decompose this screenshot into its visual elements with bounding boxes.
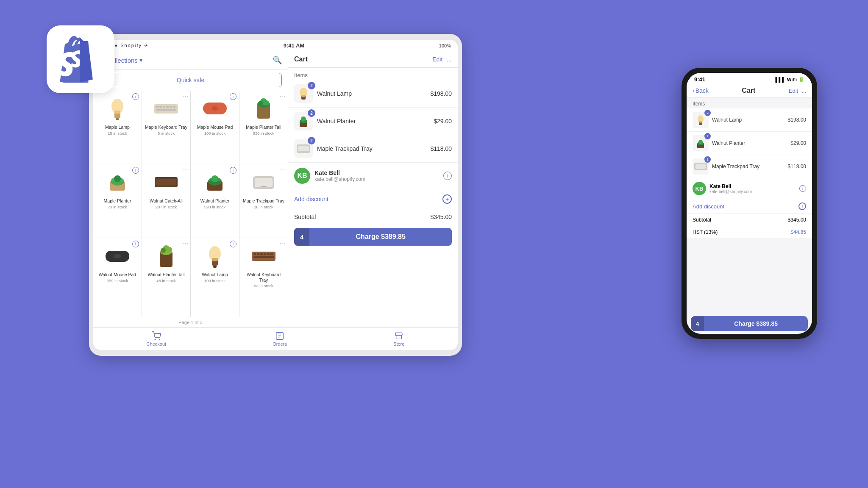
cart-item-qty: 2 — [308, 82, 315, 89]
cart-edit-button[interactable]: Edit — [432, 56, 442, 63]
iphone-customer-info: Kate Bell kate.bell@shopify.com — [709, 183, 796, 194]
signal-icon: ▌▌▌ — [775, 77, 785, 82]
quick-sale-button[interactable]: Quick sale — [99, 73, 282, 87]
cart-item-walnut-planter[interactable]: 2 Walnut Planter $29.00 — [288, 108, 458, 135]
iphone-status-icons: ▌▌▌ WiFi 🔋 — [775, 77, 804, 82]
product-name: Maple Mouse Pad — [197, 125, 233, 130]
cart-item-maple-trackpad-tray[interactable]: 2 Maple Trackpad Tray $118.00 — [288, 135, 458, 163]
cart-item-name: Walnut Planter — [317, 118, 429, 125]
svg-rect-9 — [173, 106, 175, 108]
cart-item-image: 2 — [294, 112, 313, 130]
iphone-item-price: $118.00 — [788, 164, 806, 169]
tablet-status-bar: ●●●●● Shopify ✈ 9:41 AM 100% — [93, 40, 458, 51]
iphone-content: Items 2 Walnut Lamp $198.00 2 Walnut Pla… — [687, 97, 812, 313]
product-maple-lamp[interactable]: i Maple Lamp 15 in stock — [93, 91, 142, 164]
add-discount-plus-icon[interactable]: + — [442, 194, 452, 204]
cart-item-qty: 2 — [308, 137, 315, 144]
svg-rect-53 — [298, 146, 309, 151]
iphone-back-button[interactable]: ‹ Back — [693, 87, 709, 94]
iphone-edit-button[interactable]: Edit — [789, 88, 798, 94]
svg-point-1 — [111, 99, 123, 114]
products-header: All collections ▾ 🔍 — [93, 51, 288, 69]
charge-qty-badge: 4 — [294, 228, 309, 246]
svg-point-48 — [300, 88, 307, 97]
iphone-customer-email: kate.bell@shopify.com — [709, 189, 796, 194]
charge-label: Charge $389.85 — [309, 228, 452, 246]
tablet-device: ●●●●● Shopify ✈ 9:41 AM 100% All collect… — [89, 34, 462, 356]
cart-more-button[interactable]: ... — [447, 56, 452, 63]
svg-rect-41 — [257, 253, 259, 255]
customer-row[interactable]: KB Kate Bell kate.bell@shopify.com i — [288, 163, 458, 189]
iphone-customer-name: Kate Bell — [709, 183, 796, 189]
search-icon[interactable]: 🔍 — [273, 55, 282, 65]
svg-rect-2 — [116, 118, 119, 120]
back-arrow-icon: ‹ — [693, 87, 695, 94]
more-icon: ··· — [280, 240, 286, 247]
iphone-charge-button[interactable]: 4 Charge $389.85 — [691, 316, 808, 331]
cart-items-label: Items — [288, 68, 458, 80]
iphone-customer-info-icon[interactable]: i — [799, 185, 806, 192]
product-stock: 18 in stock — [254, 205, 273, 209]
cart-item-image: 2 — [294, 139, 313, 158]
svg-rect-4 — [156, 106, 159, 108]
iphone-more-button[interactable]: ... — [801, 88, 806, 94]
svg-point-51 — [301, 116, 306, 122]
nav-checkout[interactable]: Checkout — [147, 331, 166, 347]
iphone-item-image: 2 — [693, 135, 709, 151]
product-walnut-catch-all[interactable]: ··· Walnut Catch-All 207 in stock — [142, 164, 190, 238]
svg-rect-63 — [696, 164, 706, 169]
product-maple-planter-tall[interactable]: ··· Maple Planter Tall 930 in stock — [239, 91, 288, 164]
iphone-item-price: $29.00 — [790, 140, 806, 146]
iphone-subtotal: Subtotal $345.00 — [687, 214, 812, 226]
iphone-add-discount[interactable]: Add discount + — [687, 199, 812, 214]
product-maple-planter[interactable]: i Maple Planter 73 in stock — [93, 164, 142, 238]
svg-point-34 — [161, 248, 166, 253]
iphone-add-discount-plus-icon[interactable]: + — [798, 202, 806, 210]
product-maple-mouse-pad[interactable]: i Maple Mouse Pad 100 in stock — [191, 91, 239, 164]
more-icon: ··· — [182, 166, 189, 173]
store-icon — [394, 331, 403, 341]
battery-icon: 🔋 — [798, 77, 804, 82]
product-maple-trackpad-tray[interactable]: ··· Maple Trackpad Tray 18 in stock — [239, 164, 288, 238]
add-discount-row[interactable]: Add discount + — [288, 189, 458, 209]
charge-button[interactable]: 4 Charge $389.85 — [294, 228, 452, 246]
info-icon: i — [230, 93, 236, 100]
iphone-cart-item-walnut-lamp[interactable]: 2 Walnut Lamp $198.00 — [687, 108, 812, 132]
product-walnut-planter[interactable]: i Walnut Planter 593 in stock — [191, 164, 239, 238]
iphone-cart-item-maple-trackpad-tray[interactable]: 2 Maple Trackpad Tray $118.00 — [687, 155, 812, 178]
iphone-items-label: Items — [687, 97, 812, 108]
svg-point-54 — [155, 339, 156, 340]
customer-info: Kate Bell kate.bell@shopify.com — [314, 169, 439, 182]
iphone-charge-label: Charge $389.85 — [704, 316, 808, 331]
nav-orders[interactable]: Orders — [273, 331, 287, 347]
iphone-screen: 9:41 ▌▌▌ WiFi 🔋 ‹ Back Cart Edit ... Ite… — [687, 73, 812, 334]
svg-rect-28 — [261, 186, 267, 187]
product-image — [249, 241, 278, 270]
product-walnut-keyboard-tray[interactable]: ··· Walnut Keyboard Tray 93 in stock — [239, 238, 288, 317]
svg-point-37 — [209, 246, 221, 261]
svg-rect-43 — [264, 253, 266, 255]
svg-rect-44 — [267, 253, 270, 255]
iphone-item-qty: 2 — [704, 110, 711, 116]
iphone-customer-row[interactable]: KB Kate Bell kate.bell@shopify.com i — [687, 178, 812, 199]
product-walnut-lamp[interactable]: i Walnut Lamp 100 in stock — [191, 238, 239, 317]
iphone-add-discount-label: Add discount — [693, 203, 724, 210]
product-image — [249, 94, 278, 123]
product-walnut-mouse-pad[interactable]: i Walnut Mouse Pad 399 in stock — [93, 238, 142, 317]
iphone-cart-item-walnut-planter[interactable]: 2 Walnut Planter $29.00 — [687, 132, 812, 155]
svg-rect-8 — [170, 106, 172, 108]
product-stock: 399 in stock — [107, 278, 128, 283]
svg-rect-42 — [260, 253, 263, 255]
product-name: Walnut Catch-All — [150, 198, 183, 204]
product-maple-keyboard-tray[interactable]: ··· Maple Keyboard Tray 5 in stock — [142, 91, 190, 164]
cart-item-walnut-lamp[interactable]: 2 Walnut Lamp $198.00 — [288, 80, 458, 108]
product-stock: 930 in stock — [253, 131, 275, 136]
product-walnut-planter-tall[interactable]: ··· Walnut Planter Tall 48 in stock — [142, 238, 190, 317]
info-icon: i — [132, 167, 139, 174]
product-name: Walnut Planter Tall — [148, 272, 185, 277]
iphone-time: 9:41 — [694, 76, 705, 83]
nav-store[interactable]: Store — [393, 331, 404, 347]
nav-store-label: Store — [393, 341, 404, 347]
svg-point-17 — [264, 100, 269, 105]
customer-info-icon[interactable]: i — [443, 172, 452, 180]
